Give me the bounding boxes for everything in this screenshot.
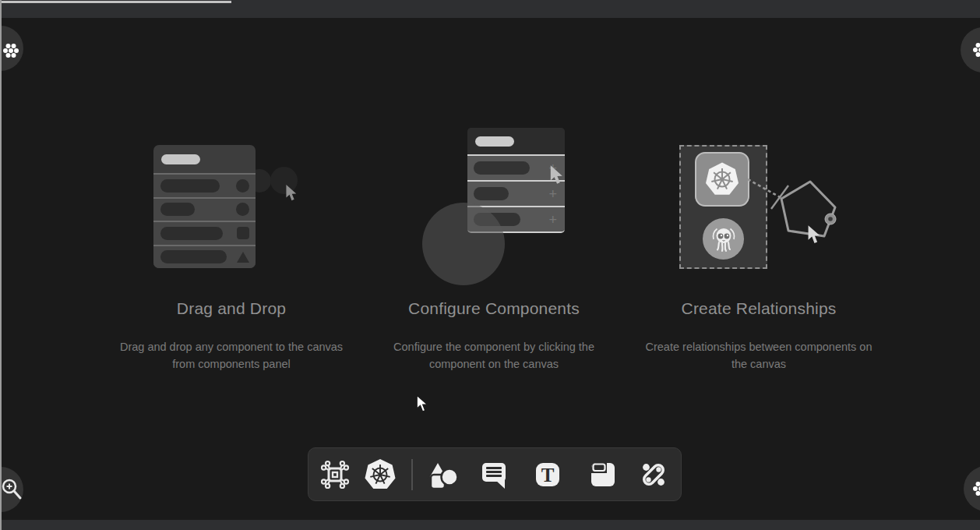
shapes-icon xyxy=(425,458,459,492)
component-label-pill xyxy=(160,227,223,240)
step-title: Create Relationships xyxy=(641,299,876,318)
flower-menu-icon xyxy=(2,41,20,60)
step-description: Create relationships between components … xyxy=(641,338,876,373)
add-config-symbol: + xyxy=(548,213,557,227)
onboarding-step-relationships: Create Relationships Create relationship… xyxy=(641,299,876,373)
left-edge-divider xyxy=(0,0,2,530)
relationship-cursor-icon xyxy=(807,224,821,245)
component-row xyxy=(153,173,256,197)
comment-icon xyxy=(477,458,511,492)
component-label-pill xyxy=(160,179,220,193)
relationship-edge-graphic xyxy=(740,162,845,249)
design-canvas[interactable]: + + + xyxy=(0,18,980,520)
square-component-icon xyxy=(237,227,249,239)
canvas-component-circle xyxy=(422,203,505,285)
drag-cursor-icon xyxy=(285,184,298,202)
component-row xyxy=(153,221,256,245)
circle-component-icon xyxy=(236,179,249,193)
loading-progress-bar xyxy=(0,1,231,3)
panel-title-pill xyxy=(161,154,200,164)
add-config-symbol: + xyxy=(548,187,557,201)
canvas-toolbar: T xyxy=(308,447,682,501)
config-label-pill xyxy=(474,161,530,175)
squid-mascot-icon xyxy=(710,224,738,254)
kanvas-designer-app: { "window": { "progress_bar_color": "#c3… xyxy=(0,0,980,530)
component-label-pill xyxy=(160,250,227,263)
step-description: Drag and drop any component to the canva… xyxy=(114,338,349,373)
svg-text:T: T xyxy=(541,465,555,486)
onboarding-step-drag-drop: Drag and Drop Drag and drop any componen… xyxy=(114,299,349,373)
kubernetes-logo-icon xyxy=(704,161,740,197)
mouse-cursor xyxy=(416,394,428,413)
flower-menu-icon xyxy=(971,41,980,59)
notes-icon xyxy=(586,458,620,492)
kubernetes-icon xyxy=(363,458,397,492)
drag-drop-illustration-panel xyxy=(153,145,256,268)
panel-header-graphic xyxy=(153,145,256,173)
text-tool-button[interactable]: T xyxy=(531,458,565,492)
relationship-tool-button[interactable] xyxy=(636,458,671,492)
zoom-in-icon xyxy=(0,477,23,502)
toolbar-divider xyxy=(411,459,413,490)
meshery-component-tile xyxy=(703,218,744,260)
component-label-pill xyxy=(160,203,195,216)
triangle-component-icon xyxy=(237,252,249,263)
text-tool-icon: T xyxy=(531,458,565,492)
config-label-pill xyxy=(474,187,509,200)
notes-tool-button[interactable] xyxy=(586,458,620,492)
panel-header-graphic xyxy=(467,128,565,154)
step-title: Configure Components xyxy=(376,299,612,318)
window-chrome-bottom xyxy=(0,520,980,530)
component-row xyxy=(153,245,256,269)
mesh-component-tool-button[interactable] xyxy=(318,458,352,492)
onboarding-step-configure: Configure Components Configure the compo… xyxy=(376,299,612,373)
comment-tool-button[interactable] xyxy=(477,458,511,492)
flower-menu-icon xyxy=(971,479,980,498)
step-title: Drag and Drop xyxy=(114,299,349,318)
step-description: Configure the component by clicking the … xyxy=(376,338,612,373)
mesh-component-icon xyxy=(318,458,352,492)
configure-cursor-icon xyxy=(549,164,564,186)
shapes-tool-button[interactable] xyxy=(425,458,459,492)
kubernetes-tool-button[interactable] xyxy=(363,458,397,492)
panel-title-pill xyxy=(475,136,514,147)
component-row xyxy=(153,197,256,221)
relationship-edge-icon xyxy=(636,458,671,492)
circle-component-icon xyxy=(236,203,249,216)
